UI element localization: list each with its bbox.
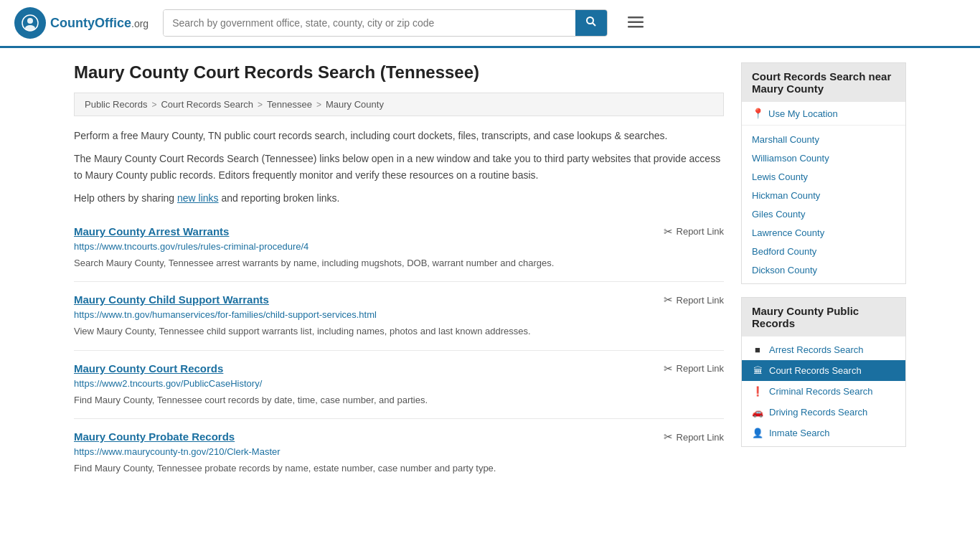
report-link[interactable]: ✂ Report Link <box>664 293 724 306</box>
result-title[interactable]: Maury County Probate Records <box>74 430 235 443</box>
result-header: Maury County Probate Records ✂ Report Li… <box>74 430 724 443</box>
nearby-county-link[interactable]: Lewis County <box>752 171 808 182</box>
result-desc: View Maury County, Tennessee child suppo… <box>74 324 724 339</box>
court-records-label: Court Records Search <box>769 365 862 376</box>
inmate-icon: 👤 <box>752 428 763 438</box>
arrest-records-link[interactable]: Arrest Records Search <box>769 344 864 355</box>
criminal-records-link[interactable]: Criminal Records Search <box>769 386 873 397</box>
result-desc: Find Maury County, Tennessee probate rec… <box>74 461 724 476</box>
report-icon: ✂ <box>664 293 673 306</box>
pin-icon: 📍 <box>752 108 764 119</box>
nearby-county-link[interactable]: Hickman County <box>752 190 820 201</box>
svg-rect-7 <box>628 22 644 24</box>
breadcrumb-sep-3: > <box>316 100 321 110</box>
breadcrumb-sep-2: > <box>258 100 263 110</box>
public-records-section: Maury County Public Records ■ Arrest Rec… <box>741 297 906 447</box>
nearby-county-link[interactable]: Lawrence County <box>752 227 824 238</box>
nearby-list: Marshall County Williamson County Lewis … <box>742 126 905 283</box>
inmate-search-link[interactable]: Inmate Search <box>769 428 830 438</box>
svg-rect-6 <box>628 17 644 19</box>
new-links-link[interactable]: new links <box>177 192 219 204</box>
results-list: Maury County Arrest Warrants ✂ Report Li… <box>74 214 724 487</box>
breadcrumb-maury-county[interactable]: Maury County <box>326 99 384 110</box>
nearby-county-link[interactable]: Dickson County <box>752 265 817 276</box>
result-item: Maury County Arrest Warrants ✂ Report Li… <box>74 214 724 283</box>
logo-icon <box>14 7 46 39</box>
public-records-nav: ■ Arrest Records Search 🏛 Court Records … <box>742 336 905 446</box>
sidebar-nav-item-criminal[interactable]: ❗ Criminal Records Search <box>742 381 905 402</box>
breadcrumb: Public Records > Court Records Search > … <box>74 93 724 116</box>
breadcrumb-sep-1: > <box>151 100 156 110</box>
list-item: Giles County <box>742 204 905 223</box>
breadcrumb-court-records-search[interactable]: Court Records Search <box>161 99 253 110</box>
result-url[interactable]: https://www.tncourts.gov/rules/rules-cri… <box>74 241 724 252</box>
sidebar: Court Records Search near Maury County 📍… <box>741 62 906 487</box>
result-url[interactable]: https://www.maurycounty-tn.gov/210/Clerk… <box>74 446 724 457</box>
sidebar-nav-item-inmate[interactable]: 👤 Inmate Search <box>742 423 905 443</box>
result-item: Maury County Court Records ✂ Report Link… <box>74 351 724 420</box>
page-title: Maury County Court Records Search (Tenne… <box>74 62 724 83</box>
logo-link[interactable]: CountyOffice.org <box>14 7 149 39</box>
result-header: Maury County Court Records ✂ Report Link <box>74 362 724 375</box>
report-link[interactable]: ✂ Report Link <box>664 225 724 238</box>
breadcrumb-public-records[interactable]: Public Records <box>85 99 147 110</box>
report-link[interactable]: ✂ Report Link <box>664 362 724 375</box>
arrest-icon: ■ <box>752 344 763 355</box>
list-item: Dickson County <box>742 260 905 279</box>
public-records-header: Maury County Public Records <box>742 298 905 336</box>
report-icon: ✂ <box>664 430 673 443</box>
report-icon: ✂ <box>664 362 673 375</box>
result-item: Maury County Child Support Warrants ✂ Re… <box>74 282 724 351</box>
court-icon: 🏛 <box>752 365 763 376</box>
result-title[interactable]: Maury County Arrest Warrants <box>74 225 229 237</box>
svg-point-4 <box>587 17 593 24</box>
breadcrumb-tennessee[interactable]: Tennessee <box>267 99 312 110</box>
result-desc: Search Maury County, Tennessee arrest wa… <box>74 256 724 270</box>
description-1: Perform a free Maury County, TN public c… <box>74 128 724 143</box>
list-item: Bedford County <box>742 242 905 260</box>
result-desc: Find Maury County, Tennessee court recor… <box>74 393 724 408</box>
search-button[interactable] <box>575 10 607 36</box>
sidebar-nav-item-court[interactable]: 🏛 Court Records Search <box>742 360 905 381</box>
criminal-icon: ❗ <box>752 386 763 397</box>
description-2: The Maury County Court Records Search (T… <box>74 151 724 183</box>
search-bar <box>163 9 608 37</box>
nearby-county-link[interactable]: Giles County <box>752 209 805 220</box>
report-link[interactable]: ✂ Report Link <box>664 430 724 443</box>
result-item: Maury County Probate Records ✂ Report Li… <box>74 419 724 487</box>
use-location-label: Use My Location <box>768 108 838 119</box>
site-header: CountyOffice.org <box>0 0 980 48</box>
result-title[interactable]: Maury County Child Support Warrants <box>74 293 269 306</box>
list-item: Marshall County <box>742 130 905 149</box>
use-location[interactable]: 📍 Use My Location <box>742 102 905 126</box>
nearby-county-link[interactable]: Bedford County <box>752 246 816 257</box>
result-title[interactable]: Maury County Court Records <box>74 362 223 375</box>
list-item: Lewis County <box>742 167 905 186</box>
driving-icon: 🚗 <box>752 407 763 418</box>
search-input[interactable] <box>164 10 575 36</box>
menu-button[interactable] <box>622 11 649 35</box>
nearby-header: Court Records Search near Maury County <box>742 63 905 102</box>
result-url[interactable]: https://www2.tncourts.gov/PublicCaseHist… <box>74 378 724 389</box>
result-url[interactable]: https://www.tn.gov/humanservices/for-fam… <box>74 309 724 320</box>
sidebar-nav-item-driving[interactable]: 🚗 Driving Records Search <box>742 402 905 423</box>
driving-records-link[interactable]: Driving Records Search <box>769 407 867 418</box>
list-item: Hickman County <box>742 186 905 204</box>
list-item: Lawrence County <box>742 223 905 242</box>
main-container: Maury County Court Records Search (Tenne… <box>60 48 920 501</box>
logo-text: CountyOffice.org <box>50 16 149 31</box>
result-header: Maury County Child Support Warrants ✂ Re… <box>74 293 724 306</box>
svg-rect-8 <box>628 26 644 28</box>
nearby-counties-section: Court Records Search near Maury County 📍… <box>741 62 906 284</box>
svg-line-5 <box>593 23 595 26</box>
result-header: Maury County Arrest Warrants ✂ Report Li… <box>74 225 724 238</box>
svg-point-1 <box>27 18 33 24</box>
description-3: Help others by sharing new links and rep… <box>74 190 724 206</box>
nearby-county-link[interactable]: Marshall County <box>752 134 819 145</box>
list-item: Williamson County <box>742 149 905 167</box>
report-icon: ✂ <box>664 225 673 238</box>
nearby-county-link[interactable]: Williamson County <box>752 153 829 164</box>
main-content: Maury County Court Records Search (Tenne… <box>74 62 724 487</box>
sidebar-nav-item-arrest[interactable]: ■ Arrest Records Search <box>742 339 905 360</box>
